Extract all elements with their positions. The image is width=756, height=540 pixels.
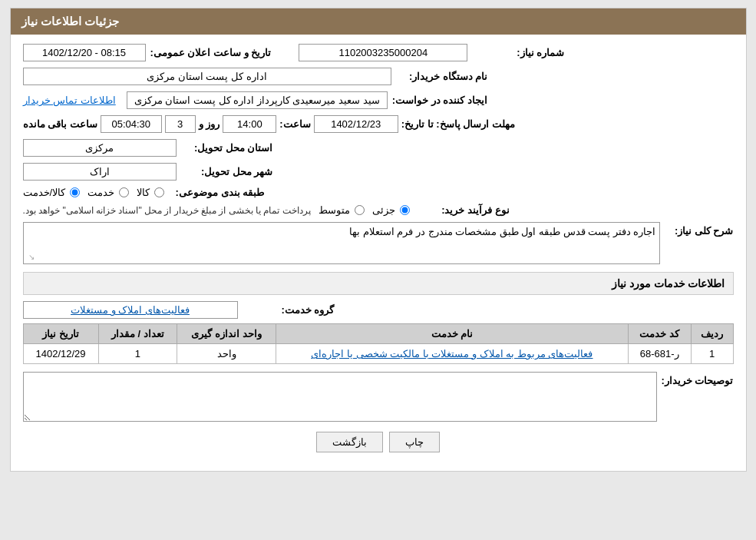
print-button[interactable]: چاپ — [389, 432, 440, 452]
creator-value: سید سعید میرسعیدی کارپرداز اداره کل پست … — [127, 91, 388, 109]
process-mota-radio[interactable] — [355, 205, 365, 215]
need-desc-textarea[interactable]: اجاره دفتر پست قدس طبقه اول طبق مشخصات م… — [23, 222, 660, 264]
delivery-province-value: مرکزی — [23, 139, 177, 157]
need-number-value: 1102003235000204 — [299, 44, 467, 61]
content-area: شماره نیاز: 1102003235000204 تاریخ و ساع… — [11, 35, 746, 471]
page-title: جزئیات اطلاعات نیاز — [21, 15, 119, 28]
reply-deadline-label: مهلت ارسال پاسخ: تا تاریخ: — [401, 118, 515, 130]
delivery-city-label: شهر محل تحویل: — [181, 166, 273, 177]
category-kala-group: کالا — [137, 187, 164, 198]
cell-date: 1402/12/29 — [23, 344, 98, 364]
category-label: طبقه بندی موضوعی: — [172, 187, 264, 198]
process-jozi-group: جزئی — [372, 204, 410, 216]
category-kala-label: کالا — [137, 187, 150, 198]
process-jozi-radio[interactable] — [400, 205, 410, 215]
deadline-row: مهلت ارسال پاسخ: تا تاریخ: 1402/12/23 سا… — [23, 115, 734, 133]
reply-remain-value: 05:04:30 — [101, 115, 162, 133]
category-khedmat-radio[interactable] — [119, 187, 129, 197]
service-table: ردیف کد خدمت نام خدمت واحد اندازه گیری ت… — [23, 323, 734, 364]
category-kala-khedmat-radio[interactable] — [70, 187, 80, 197]
col-unit: واحد اندازه گیری — [177, 324, 276, 344]
process-mota-label: متوسط — [319, 204, 350, 216]
category-khedmat-label: خدمت — [87, 187, 114, 198]
cell-service-name[interactable]: فعالیت‌های مربوط به املاک و مستغلات با م… — [276, 344, 629, 364]
reply-days-label: روز و — [199, 118, 220, 130]
delivery-province-label: استان محل تحویل: — [181, 142, 273, 154]
page-header: جزئیات اطلاعات نیاز — [11, 8, 746, 35]
page-wrapper: جزئیات اطلاعات نیاز شماره نیاز: 11020032… — [10, 8, 747, 472]
category-khedmat-group: خدمت — [87, 187, 129, 198]
buyer-notes-label: توصیحات خریدار: — [662, 372, 734, 386]
cell-rownum: 1 — [691, 344, 733, 364]
back-button[interactable]: بازگشت — [316, 432, 383, 452]
need-number-row: شماره نیاز: 1102003235000204 تاریخ و ساع… — [23, 44, 734, 61]
reply-remain-label: ساعت باقی مانده — [23, 118, 97, 130]
cell-unit: واحد — [177, 344, 276, 364]
need-desc-box: شرح کلی نیاز: اجاره دفتر پست قدس طبقه او… — [23, 222, 734, 264]
service-group-row: گروه خدمت: فعالیت‌های املاک و مستغلات — [23, 301, 734, 319]
category-row: طبقه بندی موضوعی: کالا خدمت کالا/خدمت — [23, 187, 734, 198]
table-row: 1 ر-681-68 فعالیت‌های مربوط به املاک و م… — [23, 344, 733, 364]
col-name: نام خدمت — [276, 324, 629, 344]
reply-days-value: 3 — [165, 115, 196, 133]
category-kala-khedmat-group: کالا/خدمت — [23, 187, 81, 198]
need-desc-value: اجاره دفتر پست قدس طبقه اول طبق مشخصات م… — [349, 226, 655, 237]
category-kala-radio[interactable] — [154, 187, 164, 197]
col-qty: تعداد / مقدار — [98, 324, 177, 344]
footer-buttons: چاپ بازگشت — [23, 432, 734, 462]
delivery-city-row: شهر محل تحویل: اراک — [23, 163, 734, 181]
buyer-org-value: اداره کل پست استان مرکزی — [23, 68, 391, 85]
buyer-notes-container — [23, 372, 657, 424]
process-type-label: نوع فرآیند خرید: — [418, 204, 510, 216]
reply-time-value: 14:00 — [223, 115, 276, 133]
reply-date-value: 1402/12/23 — [314, 115, 398, 133]
announce-datetime-value: 1402/12/20 - 08:15 — [23, 44, 146, 61]
contact-link[interactable]: اطلاعات تماس خریدار — [23, 94, 116, 106]
col-code: کد خدمت — [628, 324, 691, 344]
creator-label: ایجاد کننده در خواست: — [392, 94, 487, 106]
reply-time-label: ساعت: — [279, 118, 310, 130]
buyer-notes-row: توصیحات خریدار: — [23, 372, 734, 424]
resize-handle-icon: ↘ — [25, 253, 35, 262]
process-note: پرداخت تمام یا بخشی از مبلغ خریدار از مح… — [23, 205, 311, 216]
service-group-value: فعالیت‌های املاک و مستغلات — [23, 301, 238, 319]
need-number-label: شماره نیاز: — [472, 47, 564, 58]
content-inner: شماره نیاز: 1102003235000204 تاریخ و ساع… — [23, 44, 734, 462]
service-section: گروه خدمت: فعالیت‌های املاک و مستغلات رد… — [23, 301, 734, 364]
cell-code: ر-681-68 — [628, 344, 691, 364]
need-desc-label: شرح کلی نیاز: — [665, 222, 734, 237]
announce-datetime-label: تاریخ و ساعت اعلان عمومی: — [150, 47, 272, 58]
service-table-body: 1 ر-681-68 فعالیت‌های مربوط به املاک و م… — [23, 344, 733, 364]
buyer-org-row: نام دستگاه خریدار: اداره کل پست استان مر… — [23, 68, 734, 85]
col-rownum: ردیف — [691, 324, 733, 344]
delivery-city-value: اراک — [23, 163, 177, 181]
process-type-row: نوع فرآیند خرید: جزئی متوسط پرداخت تمام … — [23, 204, 734, 216]
delivery-province-row: استان محل تحویل: مرکزی — [23, 139, 734, 157]
cell-qty: 1 — [98, 344, 177, 364]
service-group-label: گروه خدمت: — [243, 304, 335, 316]
process-mota-group: متوسط — [319, 204, 365, 216]
buyer-org-label: نام دستگاه خریدار: — [396, 71, 488, 82]
category-kala-khedmat-label: کالا/خدمت — [23, 187, 66, 198]
buyer-notes-textarea[interactable] — [23, 372, 657, 422]
services-section-title: اطلاعات خدمات مورد نیاز — [23, 272, 734, 295]
table-header-row: ردیف کد خدمت نام خدمت واحد اندازه گیری ت… — [23, 324, 733, 344]
process-jozi-label: جزئی — [372, 204, 395, 216]
creator-row: ایجاد کننده در خواست: سید سعید میرسعیدی … — [23, 91, 734, 109]
col-date: تاریخ نیاز — [23, 324, 98, 344]
